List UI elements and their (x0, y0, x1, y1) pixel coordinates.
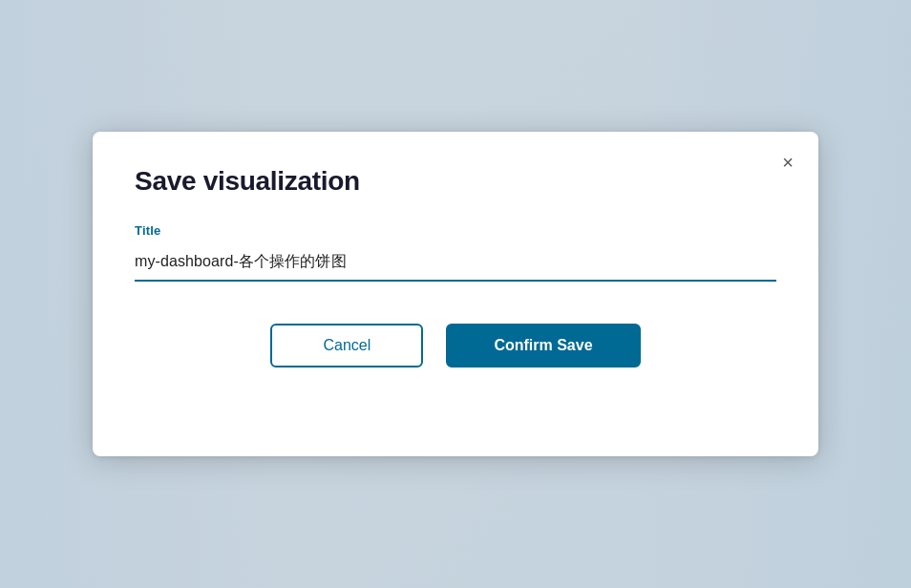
cancel-button[interactable]: Cancel (270, 324, 423, 368)
page-background: × Save visualization Title Cancel Confir… (0, 0, 911, 588)
title-field-label: Title (135, 223, 776, 238)
modal-title: Save visualization (135, 166, 776, 197)
confirm-save-button[interactable]: Confirm Save (446, 324, 640, 368)
modal-footer: Cancel Confirm Save (135, 324, 776, 368)
modal-overlay: × Save visualization Title Cancel Confir… (0, 0, 911, 588)
title-input[interactable] (135, 243, 776, 282)
close-button[interactable]: × (776, 149, 799, 176)
title-field-group: Title (135, 223, 776, 282)
save-visualization-modal: × Save visualization Title Cancel Confir… (93, 132, 818, 456)
